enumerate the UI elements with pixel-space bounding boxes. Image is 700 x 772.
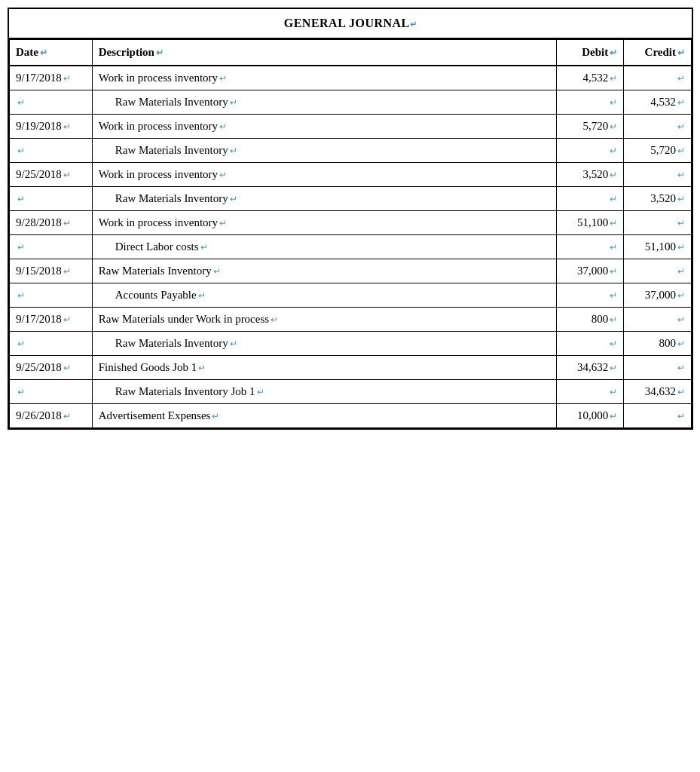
cell-description: Raw Materials Inventory Job 1↵ bbox=[92, 380, 556, 404]
cell-date: 9/25/2018↵ bbox=[10, 356, 93, 380]
cell-debit: 10,000↵ bbox=[556, 404, 624, 428]
journal-body: 9/17/2018↵ Work in process inventory ↵ 4… bbox=[10, 66, 692, 428]
table-row: ↵ Raw Materials Inventory↵ ↵ 800↵ bbox=[10, 332, 692, 356]
cell-description: Work in process inventory ↵ bbox=[92, 115, 556, 139]
cell-date: 9/19/2018↵ bbox=[10, 115, 93, 139]
header-credit-arrow: ↵ bbox=[677, 47, 685, 59]
header-date: Date↵ bbox=[10, 40, 93, 66]
table-row: 9/19/2018↵ Work in process inventory ↵ 5… bbox=[10, 115, 692, 139]
table-row: 9/15/2018↵ Raw Materials Inventory ↵ 37,… bbox=[10, 259, 692, 283]
cell-debit: 34,632↵ bbox=[556, 356, 624, 380]
cell-debit: 3,520↵ bbox=[556, 163, 624, 187]
cell-debit: ↵ bbox=[556, 332, 624, 356]
cell-credit: ↵ bbox=[624, 66, 692, 90]
table-row: ↵ Raw Materials Inventory Job 1↵ ↵ 34,63… bbox=[10, 380, 692, 404]
cell-description: Finished Goods Job 1 ↵ bbox=[92, 356, 556, 380]
table-row: 9/17/2018↵ Work in process inventory ↵ 4… bbox=[10, 66, 692, 90]
cell-debit: ↵ bbox=[556, 235, 624, 259]
cell-date: ↵ bbox=[10, 90, 93, 115]
cell-debit: 800↵ bbox=[556, 308, 624, 332]
cell-description: Raw Materials Inventory ↵ bbox=[92, 259, 556, 283]
cell-credit: 800↵ bbox=[624, 332, 692, 356]
cell-description: Work in process inventory ↵ bbox=[92, 66, 556, 90]
table-row: ↵ Direct Labor costs↵ ↵ 51,100↵ bbox=[10, 235, 692, 259]
cell-debit: ↵ bbox=[556, 283, 624, 308]
cell-debit: 4,532↵ bbox=[556, 66, 624, 90]
header-debit-label: Debit bbox=[582, 46, 608, 58]
cell-credit: ↵ bbox=[624, 308, 692, 332]
cell-description: Work in process inventory ↵ bbox=[92, 163, 556, 187]
cell-date: 9/25/2018↵ bbox=[10, 163, 93, 187]
cell-description: Raw Materials Inventory↵ bbox=[92, 187, 556, 211]
header-credit: Credit ↵ bbox=[624, 40, 692, 66]
header-date-arrow: ↵ bbox=[40, 47, 47, 59]
cell-date: ↵ bbox=[10, 332, 93, 356]
table-row: 9/26/2018↵ Advertisement Expenses ↵ 10,0… bbox=[10, 404, 692, 428]
cell-description: Direct Labor costs↵ bbox=[92, 235, 556, 259]
cell-date: ↵ bbox=[10, 139, 93, 163]
journal-container: GENERAL JOURNAL↵ Date↵ Description↵ Debi… bbox=[8, 8, 693, 430]
cell-credit: 5,720↵ bbox=[624, 139, 692, 163]
cell-date: ↵ bbox=[10, 380, 93, 404]
cell-date: 9/26/2018↵ bbox=[10, 404, 93, 428]
cell-credit: ↵ bbox=[624, 211, 692, 235]
header-row: Date↵ Description↵ Debit↵ Credit ↵ bbox=[10, 40, 692, 66]
header-date-label: Date bbox=[16, 46, 38, 58]
cell-date: 9/15/2018↵ bbox=[10, 259, 93, 283]
cell-debit: 51,100↵ bbox=[556, 211, 624, 235]
cell-credit: 34,632↵ bbox=[624, 380, 692, 404]
cell-description: Raw Materials Inventory↵ bbox=[92, 139, 556, 163]
cell-date: ↵ bbox=[10, 235, 93, 259]
table-row: 9/25/2018↵ Finished Goods Job 1 ↵ 34,632… bbox=[10, 356, 692, 380]
title-text: GENERAL JOURNAL bbox=[284, 17, 410, 29]
cell-credit: 3,520↵ bbox=[624, 187, 692, 211]
cell-description: Accounts Payable↵ bbox=[92, 283, 556, 308]
journal-table: Date↵ Description↵ Debit↵ Credit ↵ 9/17/… bbox=[9, 39, 692, 428]
table-row: ↵ Raw Materials Inventory↵ ↵ 4,532↵ bbox=[10, 90, 692, 115]
table-row: 9/17/2018↵ Raw Materials under Work in p… bbox=[10, 308, 692, 332]
cell-description: Raw Materials under Work in process ↵ bbox=[92, 308, 556, 332]
header-debit: Debit↵ bbox=[556, 40, 624, 66]
title-arrow: ↵ bbox=[410, 20, 417, 29]
cell-debit: ↵ bbox=[556, 90, 624, 115]
cell-credit: ↵ bbox=[624, 404, 692, 428]
table-row: 9/28/2018↵ Work in process inventory ↵ 5… bbox=[10, 211, 692, 235]
table-row: ↵ Raw Materials Inventory↵ ↵ 3,520↵ bbox=[10, 187, 692, 211]
cell-debit: 37,000↵ bbox=[556, 259, 624, 283]
header-credit-label: Credit bbox=[645, 46, 676, 58]
table-row: ↵ Raw Materials Inventory↵ ↵ 5,720↵ bbox=[10, 139, 692, 163]
cell-date: ↵ bbox=[10, 283, 93, 308]
cell-description: Advertisement Expenses ↵ bbox=[92, 404, 556, 428]
header-description-label: Description bbox=[99, 46, 154, 58]
cell-credit: ↵ bbox=[624, 259, 692, 283]
cell-description: Raw Materials Inventory↵ bbox=[92, 90, 556, 115]
table-row: 9/25/2018↵ Work in process inventory ↵ 3… bbox=[10, 163, 692, 187]
cell-date: 9/28/2018↵ bbox=[10, 211, 93, 235]
cell-debit: ↵ bbox=[556, 139, 624, 163]
cell-debit: ↵ bbox=[556, 187, 624, 211]
header-debit-arrow: ↵ bbox=[610, 47, 617, 59]
cell-credit: 51,100↵ bbox=[624, 235, 692, 259]
cell-credit: 4,532↵ bbox=[624, 90, 692, 115]
journal-title: GENERAL JOURNAL↵ bbox=[9, 9, 692, 39]
header-description-arrow: ↵ bbox=[156, 47, 164, 59]
cell-description: Raw Materials Inventory↵ bbox=[92, 332, 556, 356]
header-description: Description↵ bbox=[92, 40, 556, 66]
table-row: ↵ Accounts Payable↵ ↵ 37,000↵ bbox=[10, 283, 692, 308]
cell-date: ↵ bbox=[10, 187, 93, 211]
cell-debit: ↵ bbox=[556, 380, 624, 404]
cell-credit: ↵ bbox=[624, 115, 692, 139]
cell-date: 9/17/2018↵ bbox=[10, 308, 93, 332]
cell-debit: 5,720↵ bbox=[556, 115, 624, 139]
cell-credit: ↵ bbox=[624, 356, 692, 380]
cell-description: Work in process inventory ↵ bbox=[92, 211, 556, 235]
cell-credit: 37,000↵ bbox=[624, 283, 692, 308]
cell-credit: ↵ bbox=[624, 163, 692, 187]
cell-date: 9/17/2018↵ bbox=[10, 66, 93, 90]
